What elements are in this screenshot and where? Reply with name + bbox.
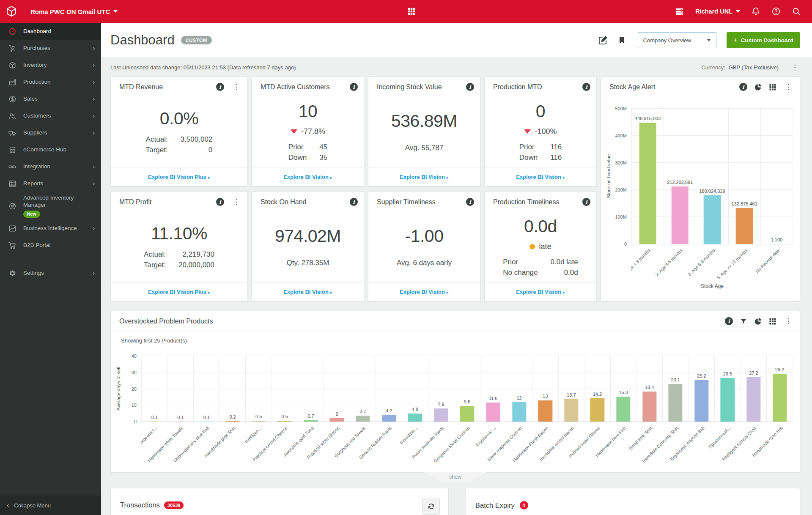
kpi-big-value: 0.0d [524,216,557,236]
explore-bi-vision-link[interactable]: Explore BI Vision Plus▸ [148,174,210,180]
chart-area: 0102030400.10.10.10.20.50.50.723.74.24.8… [122,356,793,478]
explore-bi-vision-link[interactable]: Explore BI Vision▸ [516,174,565,180]
dashboard-select[interactable]: Company Overview [638,32,716,48]
sidebar-item-text: Sales [23,96,92,103]
arrow-right-icon: ▸ [563,290,565,295]
notifications-bell-icon[interactable] [751,7,760,16]
bar [304,420,318,422]
sidebar-item-reports[interactable]: Reports› [0,175,101,192]
sidebar-item-text: Advanced Inventory Manager [23,194,95,209]
sidebar-item-inventory[interactable]: Inventory› [0,57,101,74]
stock-age-alert-card: Stock Age Alert i [601,77,800,301]
kpi-card-header: MTD Revenuei⋮ [111,77,247,97]
user-menu[interactable]: Richard UNL [695,8,740,15]
batch-expiry-count-badge: 4 [520,501,528,510]
info-icon[interactable]: i [582,198,590,206]
info-icon[interactable]: i [582,83,590,91]
pie-chart-icon[interactable] [754,83,762,91]
sidebar-item-sales[interactable]: Sales› [0,90,101,107]
card-kebab-menu[interactable]: ⋮ [783,318,794,325]
explore-bi-vision-link[interactable]: Explore BI Vision Plus▸ [148,289,210,295]
kpi-card-mtd-active-customers: MTD Active Customersi10-77.8%Prior45Down… [252,77,364,186]
explore-bi-vision-link[interactable]: Explore BI Vision▸ [400,289,449,295]
infobar-kebab-menu[interactable]: ⋮ [790,64,800,71]
chart-category-cell: 13 [532,356,559,422]
chart-category-cell: 0.1 [142,356,168,422]
chevron-right-icon: › [92,163,95,170]
sidebar-item-dashboard[interactable]: Dashboard [0,23,101,40]
unleashed-logo-icon[interactable] [0,0,23,23]
task-list-icon[interactable] [675,7,684,16]
info-icon[interactable]: i [466,198,474,206]
show-tab-button[interactable]: show [424,472,487,482]
explore-bi-vision-link[interactable]: Explore BI Vision▸ [400,174,449,180]
arrow-right-icon: ▸ [208,175,210,180]
sidebar-item-settings[interactable]: Settings› [0,265,101,282]
sidebar-item-b2b-portal[interactable]: B2B Portal [0,237,101,254]
sidebar-item-purchases[interactable]: Purchases› [0,40,101,57]
filter-funnel-icon[interactable] [740,318,747,325]
grid-view-icon[interactable] [769,318,776,325]
sidebar-item-label: Advanced Inventory ManagerNew [23,194,95,218]
card-kebab-menu[interactable]: ⋮ [231,198,241,205]
chevron-right-icon: › [92,225,95,232]
kpi-delta: -100% [524,127,557,136]
y-axis-tick: 400M [615,133,627,138]
x-axis-label: Intelligen... [243,425,262,444]
grid-view-icon[interactable] [769,83,776,91]
explore-bi-vision-link[interactable]: Explore BI Vision▸ [283,174,332,180]
kpi-row-value: 35 [319,153,327,162]
kpi-card-body: 0.0%Actual:3,500,002Target:0 [111,97,247,167]
kpi-big-value: 11.10% [151,224,207,244]
kpi-center-text: Avg. 55,787 [405,144,443,152]
sidebar-item-advanced-inventory-manager[interactable]: Advanced Inventory ManagerNew [0,192,101,220]
info-icon[interactable]: i [350,83,358,91]
pie-chart-icon[interactable] [754,317,762,325]
sidebar-item-integration[interactable]: Integration› [0,158,101,175]
edit-dashboard-icon[interactable] [598,36,608,45]
organisation-name: Roma PWC ON Gmail UTC [30,8,110,15]
sidebar-item-label: Integration [23,163,92,170]
refresh-button[interactable] [422,498,440,515]
kpi-center-text: Qty. 278.35M [287,259,329,267]
card-kebab-menu[interactable]: ⋮ [231,83,241,90]
apps-grid-icon[interactable] [407,7,416,16]
sidebar-item-suppliers[interactable]: Suppliers› [0,124,101,141]
bar [773,374,787,422]
info-icon[interactable]: i [739,83,747,91]
info-icon[interactable]: i [350,198,358,206]
kpi-row-value: 0.0d late [551,258,578,266]
sidebar-item-customers[interactable]: Customers› [0,107,101,124]
chart-category-cell: 0.1 [194,356,220,422]
y-axis-tick: 500M [615,106,627,111]
explore-bi-vision-link[interactable]: Explore BI Vision▸ [516,289,565,295]
kpi-detail-rows: Actual:3,500,002Target:0 [146,135,213,154]
arrow-down-icon [524,129,531,134]
bar [616,397,630,422]
chart-category-cell: 29.2 [767,356,793,422]
organisation-menu[interactable]: Roma PWC ON Gmail UTC [30,8,118,15]
bookmark-icon[interactable] [618,36,626,45]
chart-category-cell: 212,202,591 [664,109,696,244]
info-icon[interactable]: i [725,317,733,325]
info-icon[interactable]: i [216,83,224,91]
y-axis-title: Stock on hand value [605,108,612,244]
sidebar-item-business-intelligence[interactable]: Business Intelligence› [0,220,101,237]
help-icon[interactable] [771,7,781,16]
info-icon[interactable]: i [466,83,474,91]
explore-bi-vision-link[interactable]: Explore BI Vision▸ [283,289,332,295]
kpi-card-footer: Explore BI Vision▸ [485,282,596,301]
kpi-card-header: Supplier Timelinessi [368,192,480,212]
custom-dashboard-button[interactable]: + Custom Dashboard [727,32,800,48]
sidebar-item-text: Production [23,79,92,86]
kpi-big-value: 10 [299,101,318,121]
card-kebab-menu[interactable]: ⋮ [783,83,794,90]
kpi-row-label: Actual: [144,250,166,259]
search-icon[interactable] [792,7,801,16]
bar-value-label: 4.2 [386,408,392,413]
info-icon[interactable]: i [216,198,224,206]
bar [564,399,578,422]
sidebar-item-ecommerce-hub[interactable]: eCommerce Hub [0,141,101,158]
collapse-menu-button[interactable]: ‹ Collapse Menu [0,496,101,515]
sidebar-item-production[interactable]: Production› [0,74,101,90]
